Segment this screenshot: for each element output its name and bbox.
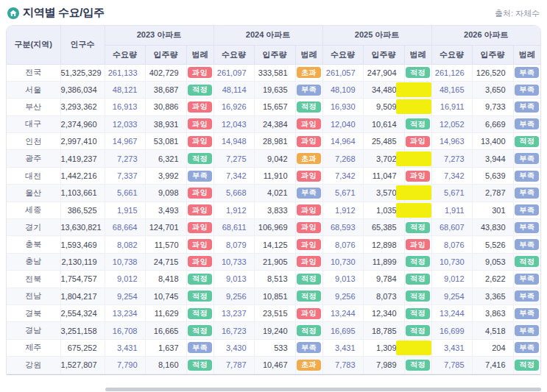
legend-cell-2025: 부족 bbox=[404, 185, 431, 202]
population-cell: 1,442,216 bbox=[60, 167, 105, 184]
legend-badge: 부족 bbox=[297, 188, 321, 199]
legend-badge: 부족 bbox=[515, 101, 539, 113]
region-cell: 부산 bbox=[7, 99, 60, 115]
home-icon bbox=[7, 7, 19, 19]
legend-cell-2024: 부족 bbox=[295, 339, 322, 356]
demand-cell-2024: 9,013 bbox=[213, 271, 254, 288]
region-cell: 강원 bbox=[7, 357, 60, 374]
occupancy-cell-2026: 4,518 bbox=[472, 322, 513, 339]
occupancy-cell-2024: 10,851 bbox=[254, 288, 295, 304]
legend-cell-2025: 부족 bbox=[404, 339, 431, 356]
legend-badge: 초과 bbox=[297, 67, 321, 78]
legend-cell-2025: 적정 bbox=[404, 271, 431, 288]
occupancy-cell-2024: 28,981 bbox=[254, 133, 295, 150]
occupancy-cell-2024: 15,657 bbox=[254, 99, 295, 115]
legend-badge: 과잉 bbox=[297, 256, 321, 267]
demand-cell-2024: 5,668 bbox=[213, 185, 254, 202]
legend-cell-2023: 적정 bbox=[186, 322, 213, 339]
legend-badge: 적정 bbox=[188, 274, 212, 285]
population-cell: 2,554,324 bbox=[60, 304, 105, 321]
demand-cell-2024: 7,787 bbox=[213, 357, 254, 374]
population-cell: 675,252 bbox=[60, 339, 105, 356]
legend-cell-2025: 적정 bbox=[404, 64, 431, 81]
occupancy-cell-2025: 65,385 bbox=[363, 219, 404, 236]
table-row: 전국51,325,329261,133402,729과잉261,097333,5… bbox=[7, 64, 540, 81]
population-cell: 1,593,469 bbox=[60, 236, 105, 253]
occupancy-cell-2026: 3,944 bbox=[472, 150, 513, 167]
legend-cell-2026: 적정 bbox=[513, 357, 540, 374]
col-header-legend-2024: 범례 bbox=[295, 45, 322, 64]
legend-badge: 부족 bbox=[515, 325, 539, 336]
occupancy-cell-2026: 9,733 bbox=[472, 99, 513, 115]
demand-cell-2024: 13,237 bbox=[213, 304, 254, 321]
table-row: 제주675,2523,4311,637부족3,430533부족3,4311,30… bbox=[7, 339, 540, 356]
legend-cell-2023: 적정 bbox=[186, 288, 213, 304]
col-header-region: 구분(지역) bbox=[7, 26, 60, 64]
legend-badge: 적정 bbox=[188, 153, 212, 164]
page-title: 지역별 수요/입주 bbox=[23, 6, 105, 20]
demand-cell-2025: 9,256 bbox=[322, 288, 363, 304]
population-cell: 1,804,217 bbox=[60, 288, 105, 304]
region-cell: 광주 bbox=[7, 150, 60, 167]
demand-cell-2023: 1,915 bbox=[105, 202, 145, 218]
occupancy-cell-2023: 11,629 bbox=[145, 304, 186, 321]
legend-cell-2026: 부족 bbox=[513, 236, 540, 253]
occupancy-cell-2025: 247,904 bbox=[363, 64, 404, 81]
demand-cell-2025: 14,964 bbox=[322, 133, 363, 150]
region-cell: 경기 bbox=[7, 219, 60, 236]
legend-badge: 적정 bbox=[406, 274, 430, 285]
region-cell: 전국 bbox=[7, 64, 60, 81]
population-cell: 2,130,119 bbox=[60, 253, 105, 270]
occupancy-cell-2023: 11,570 bbox=[145, 236, 186, 253]
legend-cell-2026: 부족 bbox=[513, 150, 540, 167]
table-row: 충북1,593,4698,08211,570과잉8,07914,125과잉8,0… bbox=[7, 236, 540, 253]
occupancy-cell-2024: 11,910 bbox=[254, 167, 295, 184]
legend-cell-2024: 과잉 bbox=[295, 115, 322, 132]
demand-cell-2024: 3,430 bbox=[213, 339, 254, 356]
occupancy-cell-2024: 3,833 bbox=[254, 202, 295, 218]
legend-badge: 과잉 bbox=[188, 67, 212, 78]
col-header-occupancy-2026: 입주량 bbox=[472, 45, 513, 64]
table-row: 대전1,442,2167,3373,992부족7,34211,910과잉7,34… bbox=[7, 167, 540, 184]
population-cell: 1,754,757 bbox=[60, 271, 105, 288]
demand-cell-2023: 261,133 bbox=[105, 64, 145, 81]
legend-cell-2024: 부족 bbox=[295, 81, 322, 98]
col-header-demand-2026: 수요량 bbox=[431, 45, 472, 64]
occupancy-cell-2026: 2,787 bbox=[472, 185, 513, 202]
occupancy-cell-2026: 13,400 bbox=[472, 133, 513, 150]
demand-cell-2023: 8,082 bbox=[105, 236, 145, 253]
occupancy-cell-2026: 301 bbox=[472, 202, 513, 218]
region-cell: 충남 bbox=[7, 253, 60, 270]
legend-cell-2025: 부족 bbox=[404, 99, 431, 115]
demand-cell-2023: 9,254 bbox=[105, 288, 145, 304]
legend-badge: 적정 bbox=[188, 360, 212, 371]
horizontal-scrollbar-thumb[interactable] bbox=[105, 388, 541, 391]
legend-badge: 부족 bbox=[515, 239, 539, 250]
legend-cell-2023: 부족 bbox=[186, 339, 213, 356]
legend-badge-highlighted: 부족 bbox=[406, 342, 430, 353]
occupancy-cell-2023: 3,992 bbox=[145, 167, 186, 184]
demand-cell-2025: 261,057 bbox=[322, 64, 363, 81]
legend-badge: 적정 bbox=[406, 118, 430, 129]
demand-cell-2026: 5,671 bbox=[431, 185, 472, 202]
demand-cell-2026: 7,342 bbox=[431, 167, 472, 184]
col-header-demand-2024: 수요량 bbox=[213, 45, 254, 64]
demand-cell-2025: 1,912 bbox=[322, 202, 363, 218]
demand-cell-2023: 68,664 bbox=[105, 219, 145, 236]
legend-badge: 부족 bbox=[515, 308, 539, 319]
occupancy-cell-2024: 19,635 bbox=[254, 81, 295, 98]
occupancy-cell-2024: 4,021 bbox=[254, 185, 295, 202]
occupancy-cell-2025: 10,614 bbox=[363, 115, 404, 132]
legend-cell-2024: 초과 bbox=[295, 64, 322, 81]
legend-cell-2025: 과잉 bbox=[404, 236, 431, 253]
legend-cell-2023: 과잉 bbox=[186, 236, 213, 253]
legend-cell-2023: 과잉 bbox=[186, 185, 213, 202]
legend-badge: 과잉 bbox=[297, 239, 321, 250]
legend-cell-2026: 부족 bbox=[513, 115, 540, 132]
legend-badge: 과잉 bbox=[188, 222, 212, 233]
demand-cell-2024: 1,912 bbox=[213, 202, 254, 218]
demand-cell-2025: 9,013 bbox=[322, 271, 363, 288]
region-cell: 세종 bbox=[7, 202, 60, 218]
occupancy-cell-2026: 3,365 bbox=[472, 288, 513, 304]
demand-cell-2024: 16,926 bbox=[213, 99, 254, 115]
